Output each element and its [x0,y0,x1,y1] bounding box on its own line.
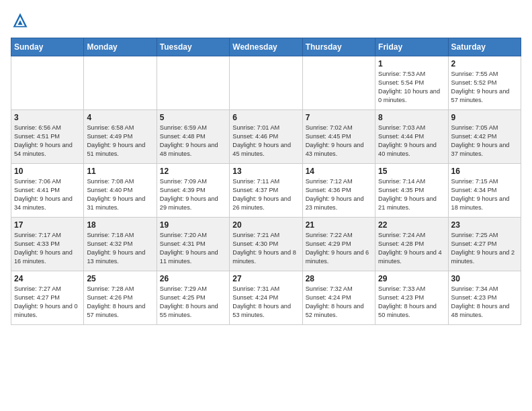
calendar-day-cell: 24Sunrise: 7:27 AM Sunset: 4:27 PM Dayli… [11,271,84,325]
weekday-header: Friday [375,38,448,56]
calendar-week-row: 10Sunrise: 7:06 AM Sunset: 4:41 PM Dayli… [11,164,521,218]
day-info: Sunrise: 7:21 AM Sunset: 4:30 PM Dayligh… [232,231,299,266]
day-info: Sunrise: 7:14 AM Sunset: 4:35 PM Dayligh… [378,177,445,212]
day-info: Sunrise: 7:31 AM Sunset: 4:24 PM Dayligh… [232,285,299,320]
calendar-day-cell: 11Sunrise: 7:08 AM Sunset: 4:40 PM Dayli… [84,164,157,218]
weekday-row: SundayMondayTuesdayWednesdayThursdayFrid… [11,38,521,56]
day-number: 8 [378,113,445,122]
calendar-day-cell: 20Sunrise: 7:21 AM Sunset: 4:30 PM Dayli… [230,218,302,271]
day-info: Sunrise: 7:09 AM Sunset: 4:39 PM Dayligh… [160,177,226,212]
calendar-day-cell [11,56,84,110]
day-info: Sunrise: 7:53 AM Sunset: 5:54 PM Dayligh… [378,70,445,105]
day-number: 23 [451,220,518,230]
calendar-day-cell: 30Sunrise: 7:34 AM Sunset: 4:23 PM Dayli… [448,271,521,325]
day-info: Sunrise: 7:24 AM Sunset: 4:28 PM Dayligh… [378,231,445,266]
calendar-day-cell: 21Sunrise: 7:22 AM Sunset: 4:29 PM Dayli… [302,218,375,271]
weekday-header: Tuesday [157,38,229,56]
day-number: 10 [14,167,81,176]
calendar-week-row: 3Sunrise: 6:56 AM Sunset: 4:51 PM Daylig… [11,110,521,164]
day-info: Sunrise: 7:20 AM Sunset: 4:31 PM Dayligh… [160,231,226,266]
day-number: 14 [306,167,372,176]
day-number: 24 [14,274,81,283]
calendar-day-cell: 23Sunrise: 7:25 AM Sunset: 4:27 PM Dayli… [448,218,521,271]
day-number: 7 [306,113,372,122]
calendar-day-cell: 14Sunrise: 7:12 AM Sunset: 4:36 PM Dayli… [302,164,375,218]
day-number: 27 [232,274,299,283]
calendar-day-cell: 1Sunrise: 7:53 AM Sunset: 5:54 PM Daylig… [375,56,448,110]
calendar-table: SundayMondayTuesdayWednesdayThursdayFrid… [11,38,521,325]
day-info: Sunrise: 6:56 AM Sunset: 4:51 PM Dayligh… [14,124,81,158]
day-info: Sunrise: 7:12 AM Sunset: 4:36 PM Dayligh… [306,177,372,212]
page-header [11,11,521,30]
day-number: 11 [87,167,153,176]
day-info: Sunrise: 7:15 AM Sunset: 4:34 PM Dayligh… [451,177,518,212]
day-info: Sunrise: 6:58 AM Sunset: 4:49 PM Dayligh… [87,124,153,158]
day-info: Sunrise: 7:27 AM Sunset: 4:27 PM Dayligh… [14,285,81,320]
calendar-day-cell: 29Sunrise: 7:33 AM Sunset: 4:23 PM Dayli… [375,271,448,325]
day-number: 16 [451,167,518,176]
calendar-week-row: 1Sunrise: 7:53 AM Sunset: 5:54 PM Daylig… [11,56,521,110]
day-number: 22 [378,220,445,230]
day-number: 9 [451,113,518,122]
day-number: 19 [160,220,226,230]
day-number: 28 [306,274,372,283]
day-number: 6 [232,113,299,122]
weekday-header: Monday [84,38,157,56]
calendar-day-cell: 5Sunrise: 6:59 AM Sunset: 4:48 PM Daylig… [157,110,229,164]
calendar-day-cell [230,56,302,110]
calendar-day-cell: 16Sunrise: 7:15 AM Sunset: 4:34 PM Dayli… [448,164,521,218]
day-number: 17 [14,220,81,230]
calendar-day-cell: 18Sunrise: 7:18 AM Sunset: 4:32 PM Dayli… [84,218,157,271]
day-info: Sunrise: 7:08 AM Sunset: 4:40 PM Dayligh… [87,177,153,212]
calendar-day-cell: 28Sunrise: 7:32 AM Sunset: 4:24 PM Dayli… [302,271,375,325]
calendar-day-cell: 7Sunrise: 7:02 AM Sunset: 4:45 PM Daylig… [302,110,375,164]
day-number: 12 [160,167,226,176]
calendar-day-cell: 13Sunrise: 7:11 AM Sunset: 4:37 PM Dayli… [230,164,302,218]
day-info: Sunrise: 7:34 AM Sunset: 4:23 PM Dayligh… [451,285,518,320]
day-info: Sunrise: 7:18 AM Sunset: 4:32 PM Dayligh… [87,231,153,266]
calendar-day-cell: 10Sunrise: 7:06 AM Sunset: 4:41 PM Dayli… [11,164,84,218]
calendar-day-cell: 26Sunrise: 7:29 AM Sunset: 4:25 PM Dayli… [157,271,229,325]
calendar-header: SundayMondayTuesdayWednesdayThursdayFrid… [11,38,521,56]
weekday-header: Saturday [448,38,521,56]
calendar-day-cell [157,56,229,110]
calendar-day-cell: 27Sunrise: 7:31 AM Sunset: 4:24 PM Dayli… [230,271,302,325]
logo [11,11,32,30]
day-info: Sunrise: 7:05 AM Sunset: 4:42 PM Dayligh… [451,124,518,158]
day-number: 21 [306,220,372,230]
day-info: Sunrise: 7:17 AM Sunset: 4:33 PM Dayligh… [14,231,81,266]
calendar-day-cell: 3Sunrise: 6:56 AM Sunset: 4:51 PM Daylig… [11,110,84,164]
day-number: 13 [232,167,299,176]
calendar-day-cell: 19Sunrise: 7:20 AM Sunset: 4:31 PM Dayli… [157,218,229,271]
day-number: 26 [160,274,226,283]
calendar-body: 1Sunrise: 7:53 AM Sunset: 5:54 PM Daylig… [11,56,521,325]
day-info: Sunrise: 7:28 AM Sunset: 4:26 PM Dayligh… [87,285,153,320]
day-number: 5 [160,113,226,122]
day-number: 1 [378,59,445,68]
day-info: Sunrise: 7:06 AM Sunset: 4:41 PM Dayligh… [14,177,81,212]
day-number: 4 [87,113,153,122]
calendar-day-cell: 22Sunrise: 7:24 AM Sunset: 4:28 PM Dayli… [375,218,448,271]
day-info: Sunrise: 7:32 AM Sunset: 4:24 PM Dayligh… [306,285,372,320]
calendar-day-cell: 12Sunrise: 7:09 AM Sunset: 4:39 PM Dayli… [157,164,229,218]
calendar-week-row: 17Sunrise: 7:17 AM Sunset: 4:33 PM Dayli… [11,218,521,271]
day-info: Sunrise: 7:11 AM Sunset: 4:37 PM Dayligh… [232,177,299,212]
day-info: Sunrise: 7:22 AM Sunset: 4:29 PM Dayligh… [306,231,372,266]
calendar-day-cell: 4Sunrise: 6:58 AM Sunset: 4:49 PM Daylig… [84,110,157,164]
calendar-day-cell: 9Sunrise: 7:05 AM Sunset: 4:42 PM Daylig… [448,110,521,164]
calendar-day-cell: 8Sunrise: 7:03 AM Sunset: 4:44 PM Daylig… [375,110,448,164]
day-number: 2 [451,59,518,68]
day-number: 18 [87,220,153,230]
calendar-day-cell: 25Sunrise: 7:28 AM Sunset: 4:26 PM Dayli… [84,271,157,325]
day-number: 3 [14,113,81,122]
weekday-header: Sunday [11,38,84,56]
day-info: Sunrise: 7:33 AM Sunset: 4:23 PM Dayligh… [378,285,445,320]
weekday-header: Wednesday [230,38,302,56]
day-info: Sunrise: 7:01 AM Sunset: 4:46 PM Dayligh… [232,124,299,158]
day-number: 29 [378,274,445,283]
day-info: Sunrise: 7:03 AM Sunset: 4:44 PM Dayligh… [378,124,445,158]
calendar-day-cell: 17Sunrise: 7:17 AM Sunset: 4:33 PM Dayli… [11,218,84,271]
day-number: 20 [232,220,299,230]
calendar-day-cell: 15Sunrise: 7:14 AM Sunset: 4:35 PM Dayli… [375,164,448,218]
calendar-day-cell [84,56,157,110]
